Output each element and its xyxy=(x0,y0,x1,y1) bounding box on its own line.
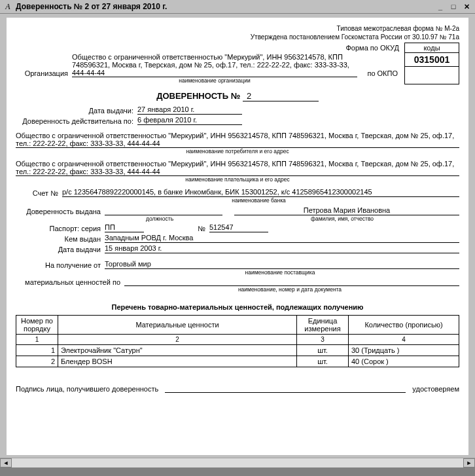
valuables-sub: наименование, номер и дата документа xyxy=(120,286,459,293)
cell-num: 2 xyxy=(16,356,58,367)
org-text: Общество с ограниченной ответственностью… xyxy=(72,53,349,77)
table-caption: Перечень товарно-материальных ценностей,… xyxy=(16,303,459,311)
okpo-code xyxy=(405,67,459,84)
minimize-button[interactable]: _ xyxy=(434,1,446,12)
document-viewport: Типовая межотраслевая форма № М-2а Утвер… xyxy=(0,14,475,467)
scroll-left-button[interactable]: ◄ xyxy=(0,458,12,467)
window-title: Доверенность № 2 от 27 января 2010 г. xyxy=(16,2,167,11)
cell-qty: 40 (Сорок ) xyxy=(349,356,459,367)
valid-date: 6 февраля 2010 г. xyxy=(137,116,242,125)
cell-item: Электрочайник "Сатурн" xyxy=(58,345,297,356)
app-icon: A xyxy=(3,2,13,12)
okpo-label: по ОКПО xyxy=(360,69,399,77)
account-label: Счет № xyxy=(16,189,60,197)
cell-qty: 30 (Тридцать ) xyxy=(349,345,459,356)
signature-label: Подпись лица, получившего доверенность xyxy=(16,385,158,393)
payer-sub: наименование плательщика и его адрес xyxy=(16,176,459,183)
valid-date-label: Доверенность действительна по: xyxy=(16,117,135,125)
name-sub: фамилия, имя, отчество xyxy=(225,215,459,222)
issue-date-label: Дата выдачи: xyxy=(16,107,135,115)
doc-title: ДОВЕРЕННОСТЬ № xyxy=(156,91,240,101)
form-approved: Утверждена постановлением Госкомстата Ро… xyxy=(16,33,459,41)
codes-header: коды xyxy=(405,43,459,53)
doc-number: 2 xyxy=(243,91,319,101)
account-sub: наименование банка xyxy=(58,197,459,204)
person-date: 15 января 2003 г. xyxy=(105,244,459,253)
table-colnums-row: 1 2 3 4 xyxy=(16,335,459,345)
supplier-name: Торговый мир xyxy=(105,260,459,269)
scroll-track[interactable] xyxy=(12,458,463,467)
valuables-label: материальных ценностей по xyxy=(16,278,122,286)
cell-unit: шт. xyxy=(297,345,349,356)
cell-unit: шт. xyxy=(297,356,349,367)
table-header-row: Номер по порядку Материальные ценности Е… xyxy=(16,316,459,335)
person-date-label: Дата выдачи xyxy=(16,246,102,253)
person-name: Петрова Мария Ивановна xyxy=(234,206,459,215)
colnum-2: 2 xyxy=(58,335,297,345)
issue-date: 27 января 2010 г. xyxy=(137,105,242,115)
window-titlebar: A Доверенность № 2 от 27 января 2010 г. … xyxy=(0,0,475,14)
th-num: Номер по порядку xyxy=(16,316,58,335)
consumer-text: Общество с ограниченной ответственностью… xyxy=(16,132,454,147)
valuables-value xyxy=(124,277,459,286)
codes-box: коды 0315001 xyxy=(404,43,459,84)
receive-label: На получение от xyxy=(16,261,102,269)
okud-code: 0315001 xyxy=(405,53,459,67)
passport-no-label: № xyxy=(147,225,207,232)
signature-confirm: удостоверяем xyxy=(412,385,459,393)
items-table: Номер по порядку Материальные ценности Е… xyxy=(16,315,459,367)
maximize-button[interactable]: □ xyxy=(448,1,459,12)
th-qty: Количество (прописью) xyxy=(349,316,459,335)
issuer-label: Кем выдан xyxy=(16,235,102,243)
position xyxy=(105,206,222,215)
passport-series: ПП xyxy=(105,223,144,232)
close-button[interactable]: ✕ xyxy=(461,1,472,12)
cell-item: Блендер BOSH xyxy=(58,356,297,367)
position-sub: должность xyxy=(101,215,219,222)
table-row: 1Электрочайник "Сатурн"шт.30 (Тридцать ) xyxy=(16,345,459,356)
form-type: Типовая межотраслевая форма № М-2а xyxy=(16,24,459,33)
signature-line xyxy=(165,383,406,393)
passport-no: 512547 xyxy=(209,223,268,232)
th-unit: Единица измерения xyxy=(297,316,349,335)
table-row: 2Блендер BOSHшт.40 (Сорок ) xyxy=(16,356,459,367)
document-page: Типовая межотраслевая форма № М-2а Утвер… xyxy=(7,18,468,455)
account-text: р/с 12356478892220000145, в банке Инкомб… xyxy=(62,188,459,197)
consumer-sub: наименование потребителя и его адрес xyxy=(16,148,459,155)
cell-num: 1 xyxy=(16,345,58,356)
issuer: Западным РОВД г. Москва xyxy=(105,234,459,243)
passport-label: Паспорт: серия xyxy=(16,225,102,232)
issued-label: Доверенность выдана xyxy=(16,208,102,215)
colnum-4: 4 xyxy=(349,335,459,345)
th-item: Материальные ценности xyxy=(58,316,297,335)
doc-title-row: ДОВЕРЕННОСТЬ № 2 xyxy=(16,91,459,101)
supplier-sub: наименование поставщика xyxy=(101,269,459,276)
scroll-right-button[interactable]: ► xyxy=(463,458,475,467)
colnum-3: 3 xyxy=(297,335,349,345)
payer-text: Общество с ограниченной ответственностью… xyxy=(16,160,454,175)
okud-label: Форма по ОКУД xyxy=(346,44,400,52)
org-subcaption: наименование организации xyxy=(68,77,361,84)
org-label: Организация xyxy=(16,69,69,77)
colnum-1: 1 xyxy=(16,335,58,345)
scrollbar-horizontal[interactable]: ◄ ► xyxy=(0,458,475,467)
